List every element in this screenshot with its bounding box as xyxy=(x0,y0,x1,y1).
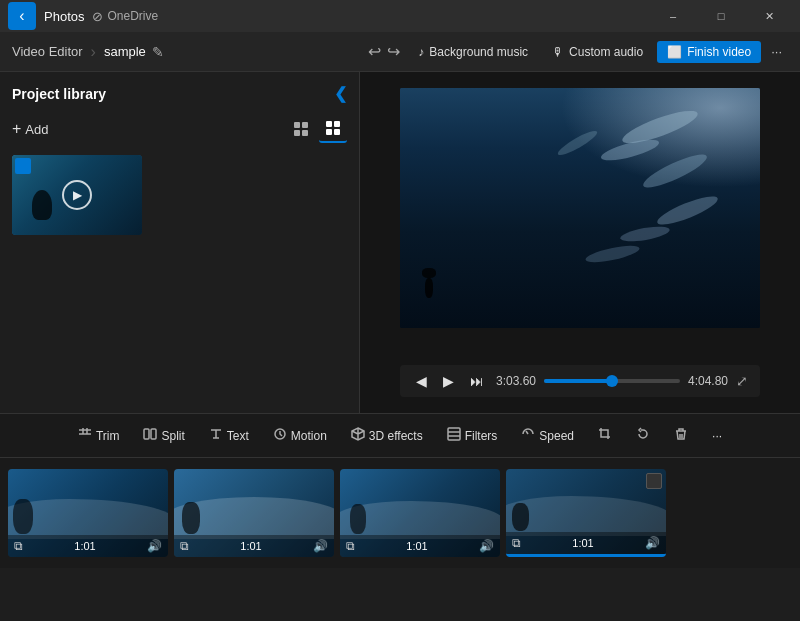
finish-video-label: Finish video xyxy=(687,45,751,59)
video-frame xyxy=(400,88,760,328)
add-media-button[interactable]: + Add xyxy=(12,120,48,138)
media-thumb-corner xyxy=(15,158,31,174)
svg-rect-5 xyxy=(334,121,340,127)
clip-3[interactable]: ⧉ 1:01 🔊 xyxy=(340,469,500,557)
clip-4-audio-icon: 🔊 xyxy=(645,536,660,550)
clip-1-overlay: ⧉ 1:01 🔊 xyxy=(8,535,168,557)
custom-audio-button[interactable]: 🎙 Custom audio xyxy=(542,41,653,63)
previous-frame-button[interactable]: ◀ xyxy=(412,371,431,391)
back-button[interactable]: ‹ xyxy=(8,2,36,30)
video-preview-area: ◀ ▶ ⏭ 3:03.60 4:04.80 ⤢ xyxy=(360,72,800,413)
clip-4[interactable]: ⧉ 1:01 🔊 xyxy=(506,469,666,557)
titlebar-left: ‹ Photos ⊘ OneDrive xyxy=(8,2,158,30)
main-content: Project library ❮ + Add xyxy=(0,72,800,413)
split-button[interactable]: Split xyxy=(133,423,194,448)
finish-video-button[interactable]: ⬜ Finish video xyxy=(657,41,761,63)
svg-rect-6 xyxy=(326,129,332,135)
more-actions-button[interactable]: ··· xyxy=(702,425,732,447)
rotate-icon xyxy=(636,427,650,444)
speed-label: Speed xyxy=(539,429,574,443)
filters-label: Filters xyxy=(465,429,498,443)
maximize-button[interactable]: □ xyxy=(698,0,744,32)
more-icon: ··· xyxy=(712,429,722,443)
svg-rect-1 xyxy=(302,122,308,128)
music-icon: ♪ xyxy=(418,45,424,59)
toolbar-left: Video Editor › sample ✎ ↩ ↪ xyxy=(12,42,400,61)
clip-4-duration: 1:01 xyxy=(572,537,593,549)
minimize-button[interactable]: – xyxy=(650,0,696,32)
project-library-panel: Project library ❮ + Add xyxy=(0,72,360,413)
crop-icon xyxy=(598,427,612,444)
no-cloud-icon: ⊘ xyxy=(92,9,103,24)
clip-3-video-icon: ⧉ xyxy=(346,539,355,553)
speed-button[interactable]: Speed xyxy=(511,423,584,448)
current-time: 3:03.60 xyxy=(496,374,536,388)
svg-rect-9 xyxy=(151,429,156,439)
crop-button[interactable] xyxy=(588,423,622,448)
more-options-button[interactable]: ··· xyxy=(765,40,788,63)
clip-4-overlay: ⧉ 1:01 🔊 xyxy=(506,532,666,554)
breadcrumb-current[interactable]: sample xyxy=(104,44,146,59)
text-icon xyxy=(209,427,223,444)
svg-rect-0 xyxy=(294,122,300,128)
background-music-label: Background music xyxy=(429,45,528,59)
svg-rect-3 xyxy=(302,130,308,136)
clip-4-selection-indicator xyxy=(646,473,662,489)
svg-rect-2 xyxy=(294,130,300,136)
delete-icon xyxy=(674,427,688,444)
custom-audio-label: Custom audio xyxy=(569,45,643,59)
rotate-button[interactable] xyxy=(626,423,660,448)
svg-rect-7 xyxy=(334,129,340,135)
progress-fill xyxy=(544,379,612,383)
total-time: 4:04.80 xyxy=(688,374,728,388)
3d-effects-button[interactable]: 3D effects xyxy=(341,423,433,448)
media-thumbnail[interactable]: ▶ xyxy=(12,155,142,235)
motion-button[interactable]: Motion xyxy=(263,423,337,448)
onedrive-label: OneDrive xyxy=(107,9,158,23)
text-label: Text xyxy=(227,429,249,443)
compact-view-button[interactable] xyxy=(319,115,347,143)
window-controls: – □ ✕ xyxy=(650,0,792,32)
finish-icon: ⬜ xyxy=(667,45,682,59)
text-button[interactable]: Text xyxy=(199,423,259,448)
delete-button[interactable] xyxy=(664,423,698,448)
play-pause-button[interactable]: ▶ xyxy=(439,371,458,391)
clip-1-audio-icon: 🔊 xyxy=(147,539,162,553)
filters-button[interactable]: Filters xyxy=(437,423,508,448)
trim-button[interactable]: Trim xyxy=(68,423,130,448)
progress-bar[interactable] xyxy=(544,379,680,383)
clip-2-video-icon: ⧉ xyxy=(180,539,189,553)
clip-1-video-icon: ⧉ xyxy=(14,539,23,553)
video-preview xyxy=(400,88,760,328)
onedrive-area: ⊘ OneDrive xyxy=(92,9,158,24)
titlebar: ‹ Photos ⊘ OneDrive – □ ✕ xyxy=(0,0,800,32)
clip-2-audio-icon: 🔊 xyxy=(313,539,328,553)
sidebar-toolbar: + Add xyxy=(12,115,347,143)
svg-rect-11 xyxy=(448,428,460,440)
breadcrumb-separator: › xyxy=(91,43,96,61)
next-frame-button[interactable]: ⏭ xyxy=(466,371,488,391)
grid-view-button[interactable] xyxy=(287,115,315,143)
undo-button[interactable]: ↩ xyxy=(368,42,381,61)
close-button[interactable]: ✕ xyxy=(746,0,792,32)
collapse-sidebar-button[interactable]: ❮ xyxy=(334,84,347,103)
redo-button[interactable]: ↪ xyxy=(387,42,400,61)
clip-2[interactable]: ⧉ 1:01 🔊 xyxy=(174,469,334,557)
3d-effects-icon xyxy=(351,427,365,444)
fullscreen-button[interactable]: ⤢ xyxy=(736,373,748,389)
breadcrumb-root[interactable]: Video Editor xyxy=(12,44,83,59)
plus-icon: + xyxy=(12,120,21,138)
video-controls: ◀ ▶ ⏭ 3:03.60 4:04.80 ⤢ xyxy=(400,365,760,397)
play-overlay-button[interactable]: ▶ xyxy=(62,180,92,210)
project-library-title: Project library xyxy=(12,86,106,102)
clip-3-audio-icon: 🔊 xyxy=(479,539,494,553)
clip-4-video-icon: ⧉ xyxy=(512,536,521,550)
progress-thumb xyxy=(606,375,618,387)
undo-redo-group: ↩ ↪ xyxy=(368,42,400,61)
clip-3-duration: 1:01 xyxy=(406,540,427,552)
view-toggle-group xyxy=(287,115,347,143)
edit-title-button[interactable]: ✎ xyxy=(152,44,164,60)
background-music-button[interactable]: ♪ Background music xyxy=(408,41,538,63)
split-icon xyxy=(143,427,157,444)
clip-1[interactable]: ⧉ 1:01 🔊 xyxy=(8,469,168,557)
